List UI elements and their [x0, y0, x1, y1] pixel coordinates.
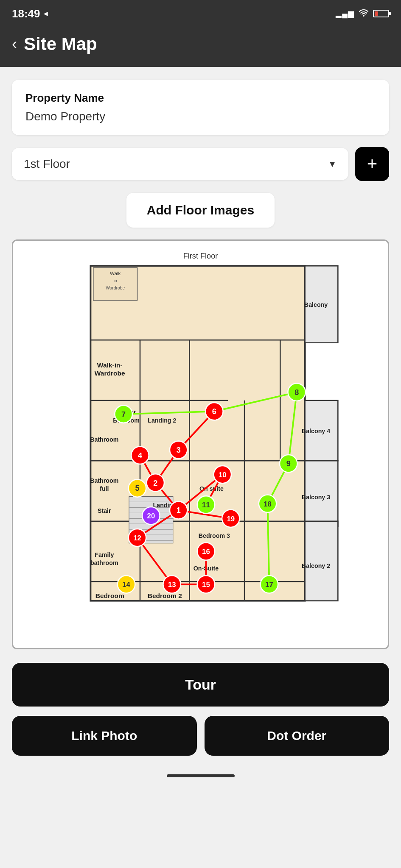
- wifi-icon: [359, 9, 369, 18]
- svg-text:8: 8: [294, 388, 299, 397]
- location-icon: ◂: [44, 9, 48, 18]
- svg-text:17: 17: [265, 581, 273, 589]
- svg-text:Balcony 2: Balcony 2: [302, 562, 330, 569]
- time-display: 18:49: [12, 7, 40, 20]
- svg-text:Balcony: Balcony: [304, 301, 328, 308]
- svg-text:full: full: [100, 485, 109, 492]
- svg-text:Wardrobe: Wardrobe: [95, 370, 125, 377]
- status-icons: ▂▄▆: [336, 9, 389, 18]
- floorplan-container: First Floor: [12, 239, 389, 649]
- svg-text:12: 12: [133, 534, 141, 542]
- property-card: Property Name Demo Property: [12, 80, 389, 135]
- header: ‹ Site Map: [0, 25, 401, 67]
- home-bar: [167, 774, 235, 777]
- floorplan-svg: First Floor: [19, 247, 382, 642]
- svg-text:Walk-in-: Walk-in-: [97, 362, 123, 369]
- floor-selected-value: 1st Floor: [24, 157, 70, 171]
- status-time: 18:49 ◂: [12, 7, 48, 20]
- floor-dropdown[interactable]: 1st Floor ▼: [12, 148, 348, 180]
- svg-text:14: 14: [122, 581, 130, 589]
- svg-text:Bedroom 2: Bedroom 2: [148, 592, 182, 599]
- svg-text:16: 16: [202, 548, 210, 556]
- svg-text:13: 13: [168, 581, 176, 589]
- svg-text:First Floor: First Floor: [183, 252, 218, 260]
- svg-text:Bedroom: Bedroom: [95, 592, 124, 599]
- svg-text:Bedroom 3: Bedroom 3: [199, 532, 230, 539]
- svg-text:bathroom: bathroom: [90, 559, 118, 566]
- svg-text:15: 15: [202, 581, 210, 589]
- svg-text:Landing 2: Landing 2: [148, 417, 176, 424]
- svg-text:5: 5: [135, 484, 139, 492]
- svg-text:7: 7: [121, 410, 126, 419]
- svg-text:Stair: Stair: [98, 507, 111, 514]
- svg-text:2: 2: [153, 479, 157, 487]
- floor-selector-row: 1st Floor ▼ +: [12, 147, 389, 181]
- bottom-action-row: Link Photo Dot Order: [12, 716, 389, 756]
- tour-button[interactable]: Tour: [12, 663, 389, 707]
- svg-text:Bathroom: Bathroom: [90, 436, 118, 443]
- svg-text:10: 10: [219, 471, 227, 479]
- back-button[interactable]: ‹: [12, 35, 17, 53]
- main-content: Property Name Demo Property 1st Floor ▼ …: [0, 67, 401, 798]
- status-bar: 18:49 ◂ ▂▄▆: [0, 0, 401, 25]
- page-title: Site Map: [24, 34, 97, 54]
- dot-order-button[interactable]: Dot Order: [205, 716, 390, 756]
- svg-text:11: 11: [202, 501, 210, 509]
- svg-text:9: 9: [286, 459, 291, 468]
- svg-text:3: 3: [177, 446, 181, 454]
- add-floor-button[interactable]: +: [355, 147, 389, 181]
- link-photo-button[interactable]: Link Photo: [12, 716, 197, 756]
- svg-text:in: in: [114, 278, 117, 283]
- home-indicator: [12, 768, 389, 786]
- property-name-value: Demo Property: [25, 110, 376, 123]
- svg-text:Bathroom: Bathroom: [90, 477, 118, 484]
- svg-text:Balcony 3: Balcony 3: [302, 494, 330, 501]
- svg-text:Family: Family: [95, 551, 114, 558]
- svg-text:4: 4: [138, 451, 142, 460]
- svg-text:19: 19: [227, 515, 235, 523]
- svg-text:Balcony 4: Balcony 4: [302, 428, 330, 434]
- svg-text:1: 1: [177, 506, 181, 515]
- svg-text:20: 20: [147, 512, 155, 520]
- svg-text:6: 6: [212, 407, 216, 416]
- svg-text:Wardrobe: Wardrobe: [106, 286, 125, 290]
- floorplan-inner: First Floor: [19, 247, 382, 642]
- svg-rect-21: [305, 521, 338, 601]
- add-floor-images-button[interactable]: Add Floor Images: [126, 193, 275, 228]
- plus-icon: +: [367, 155, 378, 173]
- signal-icon: ▂▄▆: [336, 9, 354, 18]
- svg-text:18: 18: [264, 500, 272, 508]
- dropdown-arrow-icon: ▼: [328, 159, 337, 169]
- property-name-label: Property Name: [25, 92, 376, 105]
- svg-text:Walk: Walk: [110, 270, 121, 276]
- battery-icon: [373, 10, 389, 17]
